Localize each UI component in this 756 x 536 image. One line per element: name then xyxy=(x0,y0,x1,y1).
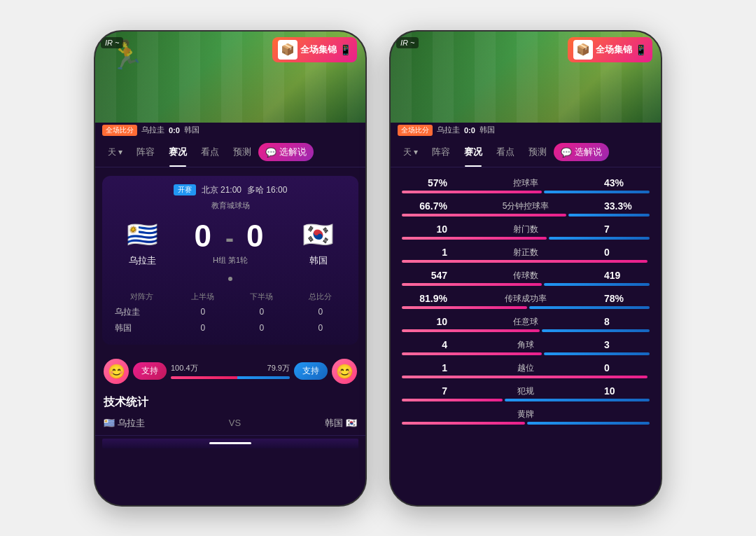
score-left: 0 xyxy=(194,219,214,253)
table-header-second: 下半场 xyxy=(232,289,291,304)
tab-kandian-right[interactable]: 看点 xyxy=(489,137,522,167)
tab-saishi-right[interactable]: 赛况 xyxy=(457,137,489,167)
score-team1-left: 乌拉圭 xyxy=(141,125,164,135)
tab-yuce-left[interactable]: 预测 xyxy=(226,137,258,167)
tech-team2: 韩国 🇰🇷 xyxy=(325,417,357,430)
score-team1-right: 乌拉圭 xyxy=(437,125,460,135)
stat-row-5: 81.9% 传球成功率 78% xyxy=(402,293,650,309)
stat-bar-red-10 xyxy=(402,422,525,425)
stat-label-5: 传球成功率 xyxy=(447,293,604,305)
stat-left-val-8: 1 xyxy=(402,362,447,373)
tech-team1: 🇺🇾 乌拉圭 xyxy=(104,417,145,430)
stat-bar-5 xyxy=(402,306,650,309)
team1-name: 乌拉圭 xyxy=(118,254,167,267)
highlight-badge-left[interactable]: 📦 全场集锦 📱 xyxy=(272,37,357,62)
tab-tian-left[interactable]: 天 ▾ xyxy=(101,137,130,167)
stat-right-val-0: 43% xyxy=(604,177,650,188)
support-count-left: 100.4万 xyxy=(171,363,198,373)
stat-left-val-4: 547 xyxy=(402,270,447,281)
score-team2-left: 韩国 xyxy=(184,125,200,135)
stat-bar-3 xyxy=(402,260,650,263)
stat-label-9: 犯规 xyxy=(447,385,604,397)
phone-right: IR ~ 📦 全场集锦 📱 全场比分 乌拉圭 0:0 韩国 天 ▾ 阵容 赛况 … xyxy=(389,30,662,507)
score-display: 0 - 0 xyxy=(194,219,266,254)
highlight-badge-right[interactable]: 📦 全场集锦 📱 xyxy=(568,37,652,62)
stat-left-val-2: 10 xyxy=(402,224,447,235)
stat-left-val-6: 10 xyxy=(402,316,447,327)
table-header-first: 上半场 xyxy=(174,289,232,304)
support-count-right: 79.9万 xyxy=(267,363,290,373)
stat-bar-blue-0 xyxy=(544,191,650,193)
stat-bar-red-6 xyxy=(402,329,540,332)
stat-bar-1 xyxy=(402,214,650,217)
stat-bar-red-8 xyxy=(402,376,648,378)
phone-left: 🏃 IR ~ 📦 全场集锦 📱 全场比分 乌拉圭 0:0 韩国 天 ▾ 阵容 赛… xyxy=(94,30,367,507)
stat-bar-blue-6 xyxy=(542,329,650,332)
chat-icon-right: 💬 xyxy=(561,147,572,158)
tab-yuce-right[interactable]: 预测 xyxy=(522,137,554,167)
stat-bar-4 xyxy=(402,283,650,286)
tab-saishi-left[interactable]: 赛况 xyxy=(162,137,194,167)
stat-bar-red-4 xyxy=(402,283,542,286)
stat-bar-blue-10 xyxy=(527,422,650,425)
support-btn-left[interactable]: 支持 xyxy=(133,362,167,380)
stat-right-val-7: 3 xyxy=(604,339,650,350)
table-row-korea: 韩国 0 0 0 xyxy=(111,320,350,336)
support-bar xyxy=(171,376,290,379)
support-bar-red xyxy=(171,376,237,379)
tab-xuanjieshuo-left[interactable]: 💬 选解说 xyxy=(258,143,314,161)
score-value-right: 0:0 xyxy=(464,126,475,135)
team2-name: 韩国 xyxy=(294,254,343,267)
team2-info: 🇰🇷 韩国 xyxy=(294,218,343,267)
stat-row-8: 1 越位 0 xyxy=(402,362,650,378)
stat-bar-blue-9 xyxy=(505,399,650,401)
stat-row-4: 547 传球数 419 xyxy=(402,270,650,286)
highlight-text-right: 全场集锦 xyxy=(596,43,632,56)
tab-zhenrong-left[interactable]: 阵容 xyxy=(130,137,162,167)
tech-stats-header: 🇺🇾 乌拉圭 VS 韩国 🇰🇷 xyxy=(95,414,365,436)
video-header-right: IR ~ 📦 全场集锦 📱 xyxy=(391,32,661,123)
highlight-text-left: 全场集锦 xyxy=(300,43,337,56)
stat-row-6: 10 任意球 8 xyxy=(402,316,650,332)
tab-kandian-left[interactable]: 看点 xyxy=(194,137,226,167)
stat-right-val-1: 33.3% xyxy=(604,200,650,212)
score-row: 🇺🇾 乌拉圭 0 - 0 H组 第1轮 🇰🇷 韩国 xyxy=(111,218,350,267)
score-center: 0 - 0 H组 第1轮 xyxy=(194,219,266,266)
table-team2-first: 0 xyxy=(174,320,232,336)
team2-flag: 🇰🇷 xyxy=(294,218,343,252)
stat-bar-blue-2 xyxy=(549,237,650,240)
support-avatar-left: 😊 xyxy=(104,359,129,384)
stat-label-6: 任意球 xyxy=(447,316,604,328)
tech-team1-name: 乌拉圭 xyxy=(118,417,145,430)
stat-label-4: 传球数 xyxy=(447,270,604,282)
group-info: H组 第1轮 xyxy=(194,255,266,266)
table-row-uruguay: 乌拉圭 0 0 0 xyxy=(111,304,350,320)
score-team2-right: 韩国 xyxy=(479,125,495,135)
stat-left-val-3: 1 xyxy=(402,247,447,258)
tab-zhenrong-right[interactable]: 阵容 xyxy=(425,137,457,167)
score-right: 0 xyxy=(246,219,266,253)
highlight-icon-right: 📦 xyxy=(573,40,593,60)
support-bar-blue xyxy=(237,376,290,379)
stat-bar-blue-1 xyxy=(568,214,650,217)
stat-bar-red-7 xyxy=(402,352,542,355)
stat-label-1: 5分钟控球率 xyxy=(447,200,604,212)
camera-icon-left: 📱 xyxy=(340,44,351,55)
stat-row-3: 1 射正数 0 xyxy=(402,247,650,263)
table-team2: 韩国 xyxy=(111,320,174,336)
selected-tab-text-right: 选解说 xyxy=(575,146,602,158)
stat-bar-red-1 xyxy=(402,214,566,217)
support-btn-right[interactable]: 支持 xyxy=(294,362,328,380)
stat-row-7: 4 角球 3 xyxy=(402,339,650,355)
tech-stats-title: 技术统计 xyxy=(95,390,365,414)
stat-row-2: 10 射门数 7 xyxy=(402,224,650,240)
tab-tian-right[interactable]: 天 ▾ xyxy=(396,137,425,167)
stat-bar-9 xyxy=(402,399,650,401)
score-tag-left: 全场比分 xyxy=(102,125,137,136)
score-dot-divider xyxy=(111,271,350,284)
match-venue: 教育城球场 xyxy=(111,200,350,211)
tab-xuanjieshuo-right[interactable]: 💬 选解说 xyxy=(554,143,609,161)
stat-row-9: 7 犯规 10 xyxy=(402,385,650,401)
stat-left-val-7: 4 xyxy=(402,339,447,350)
doha-time: 多哈 16:00 xyxy=(247,184,287,196)
